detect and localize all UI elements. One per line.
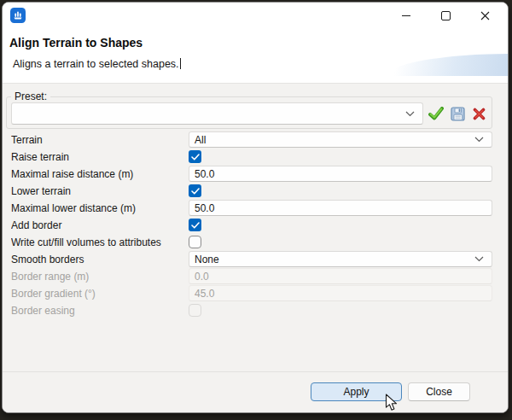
caption-buttons [387,3,504,28]
check-icon [191,188,200,195]
check-icon [191,154,200,160]
minimize-button[interactable] [387,3,426,28]
form-row-raise-terrain: Raise terrain [3,149,492,165]
form-row-border-gradient: Border gradient (°)45.0 [3,285,492,301]
form-row-border-easing: Border easing [3,302,492,318]
add-border-checkbox[interactable] [189,219,201,231]
desktop-background: Align Terrain to Shapes Aligns a terrain… [0,0,512,420]
dialog-description: Aligns a terrain to selected shapes. [9,58,508,70]
green-check-icon [428,107,444,120]
chevron-down-icon [405,111,415,117]
save-disk-icon [451,107,465,121]
form-row-add-border: Add border [3,217,492,233]
add-border-label: Add border [11,219,189,231]
form-row-lower-terrain: Lower terrain [3,183,492,199]
preset-row [7,97,492,125]
preset-group-label: Preset: [11,90,50,102]
lower-terrain-label: Lower terrain [11,185,189,197]
dialog-description-text: Aligns a terrain to selected shapes. [13,58,179,70]
form-row-terrain: TerrainAll [3,131,492,148]
align-terrain-dialog: Align Terrain to Shapes Aligns a terrain… [2,2,509,413]
check-icon [191,222,200,229]
form-rows: TerrainAllRaise terrainMaximal raise dis… [3,131,492,318]
apply-button[interactable]: Apply [311,382,402,401]
minimize-icon [402,15,410,16]
maximize-icon [441,11,451,20]
terrain-tool-app-icon [10,8,26,23]
form-row-smooth-borders: Smooth bordersNone [3,251,492,267]
close-button[interactable]: Close [408,382,470,401]
form-row-write-cut-fill-volumes: Write cut/fill volumes to attributes [3,234,492,250]
dialog-header: Align Terrain to Shapes Aligns a terrain… [3,28,508,84]
form-row-maximal-raise-distance: Maximal raise distance (m)50.0 [3,166,492,182]
maximal-lower-distance-input[interactable]: 50.0 [189,200,492,216]
border-easing-label: Border easing [11,305,189,317]
smooth-borders-select[interactable]: None [189,251,492,267]
border-range-input: 0.0 [189,268,492,284]
border-range-label: Border range (m) [11,271,189,283]
chevron-down-icon [474,256,484,262]
smooth-borders-select-value: None [195,254,219,265]
maximal-raise-distance-label: Maximal raise distance (m) [11,168,189,180]
form-row-border-range: Border range (m)0.0 [3,268,492,284]
close-icon [480,11,490,20]
smooth-borders-label: Smooth borders [11,254,189,265]
form-row-maximal-lower-distance: Maximal lower distance (m)50.0 [3,200,492,216]
chevron-down-icon [474,137,484,143]
preset-group: Preset: [6,96,492,129]
raise-terrain-label: Raise terrain [11,151,189,163]
border-gradient-label: Border gradient (°) [11,288,189,300]
apply-preset-button[interactable] [428,105,445,122]
dialog-footer: Apply Close [3,371,508,412]
raise-terrain-checkbox[interactable] [189,150,201,163]
terrain-label: Terrain [11,134,189,146]
maximal-raise-distance-input[interactable]: 50.0 [189,166,492,182]
text-caret [180,58,181,69]
border-easing-checkbox [189,304,201,317]
maximize-button[interactable] [426,3,465,28]
write-cut-fill-volumes-checkbox[interactable] [189,236,201,248]
terrain-select[interactable]: All [189,131,492,148]
preset-combobox[interactable] [11,102,423,125]
terrain-select-value: All [195,134,206,146]
dialog-body: Preset: [3,84,508,371]
delete-preset-button[interactable] [470,105,487,122]
page-title: Align Terrain to Shapes [9,36,508,50]
close-window-button[interactable] [465,3,504,28]
title-bar[interactable] [3,3,508,28]
save-preset-button[interactable] [449,105,466,122]
border-gradient-input: 45.0 [189,285,492,301]
lower-terrain-checkbox[interactable] [189,184,201,197]
write-cut-fill-volumes-label: Write cut/fill volumes to attributes [11,236,189,248]
red-x-icon [473,108,486,120]
maximal-lower-distance-label: Maximal lower distance (m) [11,202,189,214]
